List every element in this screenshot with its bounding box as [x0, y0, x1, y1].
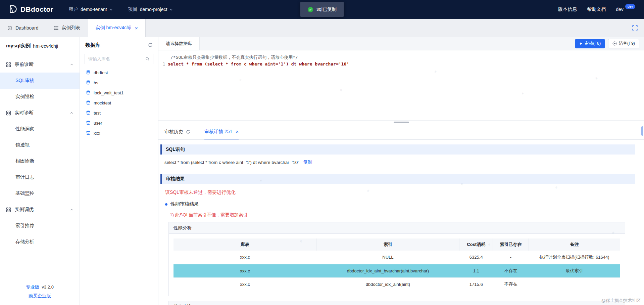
sidebar-group-label: 实时诊断 [15, 110, 66, 116]
audit-fail-message: 该SQL审核未通过，需要进行优化 [165, 189, 635, 195]
refresh-icon[interactable] [148, 43, 153, 47]
perf-result-heading: 性能审核结果 [165, 201, 635, 207]
topbar-right: 版本信息 帮助文档 dev dev [558, 6, 635, 12]
editor-toolbar: 请选择数据库 审核(F8) 清空(F9) [158, 37, 644, 50]
drag-handle[interactable] [394, 122, 409, 123]
sidebar-item-performance-insight[interactable]: 性能洞察 [0, 121, 80, 137]
db-item-user[interactable]: user [80, 118, 158, 128]
clear-button[interactable]: 清空(F9) [608, 39, 639, 48]
main-row: mysql实例 hm-ecv4chji 事前诊断SQL审核实例巡检实时诊断性能洞… [0, 37, 644, 305]
database-select[interactable]: 请选择数据库 [158, 37, 200, 50]
database-icon [86, 121, 91, 126]
user-env-badge: dev [625, 4, 635, 9]
chevron-up-icon [70, 111, 73, 115]
panel-title: 性能分析 [169, 222, 625, 234]
database-icon [86, 100, 91, 105]
panel-body: 库表索引Cost消耗索引已存在备注 xxx.cNULL6325.4-执行计划全表… [169, 234, 625, 296]
sidebar-item-index-recommendation[interactable]: 索引推荐 [0, 218, 80, 234]
db-item-mocktest[interactable]: mocktest [80, 98, 158, 108]
copy-sql-link[interactable]: 复制 [303, 159, 312, 165]
sql-editor[interactable]: /*SQL审核只会采集少量数据，不会真实执行语句，请放心使用*/ 1 selec… [158, 50, 644, 120]
sidebar-item-storage-analysis[interactable]: 存储分析 [0, 234, 80, 250]
tenant-selector[interactable]: 租户 demo-tenant [69, 6, 113, 12]
database-search-input[interactable] [88, 56, 143, 61]
sidebar-item-basic-monitoring[interactable]: 基础监控 [0, 185, 80, 202]
scrollbar-thumb[interactable] [641, 126, 643, 136]
tenant-value: demo-tenant [81, 7, 107, 12]
sidebar-item-root-cause-diagnosis[interactable]: 根因诊断 [0, 153, 80, 169]
user-menu[interactable]: dev dev [616, 7, 635, 12]
table-cell: xxx.c [174, 277, 316, 291]
chevron-up-icon [70, 208, 73, 212]
column-header: 索引 [316, 238, 459, 251]
toast-text: sql已复制 [316, 6, 337, 12]
bullet-dot [165, 203, 167, 206]
dashboard-icon [7, 26, 12, 31]
help-docs-link[interactable]: 帮助文档 [587, 6, 606, 12]
database-name: hs [94, 80, 98, 85]
project-selector[interactable]: 项目 demo-project [128, 6, 173, 12]
db-item-dbdtest[interactable]: dbdtest [80, 68, 158, 78]
database-panel-header: 数据库 [80, 37, 158, 53]
project-label: 项目 [128, 6, 138, 12]
sidebar-group-pre-diagnosis[interactable]: 事前诊断 [0, 56, 80, 73]
db-item-test[interactable]: test [80, 108, 158, 118]
tab-audit-detail[interactable]: 审核详情 251 × [204, 124, 239, 139]
table-cell: 执行计划全表扫描(扫描行数: 61644) [529, 251, 620, 264]
instance-header: mysql实例 hm-ecv4chji [0, 37, 80, 55]
sidebar-item-lock-perspective[interactable]: 锁透视 [0, 137, 80, 153]
grid-icon [6, 207, 11, 212]
table-cell: xxx.c [174, 264, 316, 277]
app: DBdoctor 租户 demo-tenant 项目 demo-project … [0, 0, 644, 305]
tab-instance-list[interactable]: 实例列表 [46, 19, 88, 37]
instance-type: mysql实例 [6, 43, 31, 49]
version-text: v3.2.0 [42, 285, 54, 290]
main-content: 请选择数据库 审核(F8) 清空(F9) /*SQL审核只会采集少 [158, 37, 644, 305]
success-check-icon [307, 7, 313, 12]
list-icon [54, 26, 59, 31]
fullscreen-icon[interactable] [632, 19, 638, 37]
tab-audit-history[interactable]: 审核历史 [164, 124, 190, 139]
database-list: dbdtesthslock_wait_test1mocktesttestuser… [80, 68, 158, 305]
section-title: SQL语句 [166, 146, 185, 152]
table-cell: xxx.c [174, 251, 316, 264]
table-row[interactable]: xxx.cdbdoctor_idx_aint_bvarchar(aint,bva… [174, 264, 620, 277]
database-name: mocktest [94, 100, 111, 105]
tenant-label: 租户 [69, 6, 78, 12]
perf-result-title: 性能审核结果 [170, 201, 199, 207]
audit-button-label: 审核(F8) [585, 41, 601, 46]
db-item-xxx[interactable]: xxx [80, 128, 158, 138]
db-item-hs[interactable]: hs [80, 78, 158, 88]
table-cell: 最优索引 [529, 264, 620, 277]
tab-dashboard[interactable]: Dashboard [0, 19, 46, 37]
tab-label: 审核历史 [164, 129, 183, 135]
buy-enterprise-link[interactable]: 购买企业版 [29, 293, 51, 298]
audit-button[interactable]: 审核(F8) [575, 39, 605, 48]
version-info-link[interactable]: 版本信息 [558, 6, 577, 12]
close-icon[interactable]: × [236, 129, 239, 134]
db-item-lock_wait_test1[interactable]: lock_wait_test1 [80, 88, 158, 98]
refresh-icon[interactable] [186, 130, 190, 134]
performance-analysis-panel: 性能分析 库表索引Cost消耗索引已存在备注 xxx.cNULL6325.4-执… [168, 222, 625, 296]
sidebar-menu: 事前诊断SQL审核实例巡检实时诊断性能洞察锁透视根因诊断审计日志基础监控实例调优… [0, 55, 80, 305]
sql-text: select * from (select * from c where ain… [168, 61, 349, 67]
table-cell: 1.1 [459, 264, 493, 277]
splitter-handle[interactable] [158, 120, 644, 124]
analysis-table-body: xxx.cNULL6325.4-执行计划全表扫描(扫描行数: 61644)xxx… [174, 251, 620, 291]
sidebar-group-instance-tuning[interactable]: 实例调优 [0, 202, 80, 218]
edition-link[interactable]: 专业版 [26, 285, 40, 290]
logo[interactable]: DBdoctor [9, 5, 53, 14]
table-row[interactable]: xxx.cNULL6325.4-执行计划全表扫描(扫描行数: 61644) [174, 251, 620, 264]
clear-button-label: 清空(F9) [619, 41, 635, 46]
project-value: demo-project [140, 7, 167, 12]
table-cell: - [493, 251, 529, 264]
tab-instance-detail[interactable]: 实例 hm-ecv4chji × [88, 19, 146, 37]
sidebar-group-realtime-diagnosis[interactable]: 实时诊断 [0, 105, 80, 121]
close-icon[interactable]: × [135, 25, 138, 31]
sidebar: mysql实例 hm-ecv4chji 事前诊断SQL审核实例巡检实时诊断性能洞… [0, 37, 80, 305]
sidebar-item-sql-audit[interactable]: SQL审核 [0, 73, 80, 89]
index-warning: 1) 此SQL当前索引不佳，需要增加索引 [170, 212, 635, 218]
table-row[interactable]: xxx.cdbdoctor_idx_aint(aint)1715.6不存在 [174, 277, 620, 291]
sidebar-item-audit-log[interactable]: 审计日志 [0, 169, 80, 185]
sidebar-item-instance-inspection[interactable]: 实例巡检 [0, 89, 80, 105]
